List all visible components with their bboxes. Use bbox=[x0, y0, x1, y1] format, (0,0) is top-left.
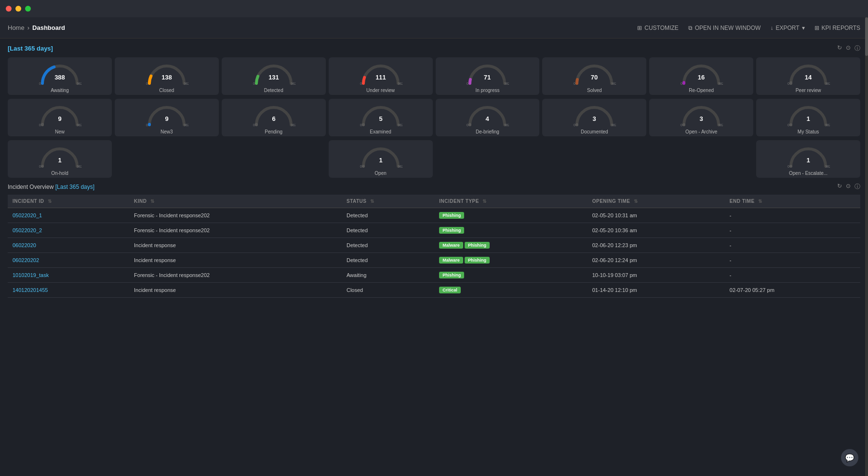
svg-text:1: 1 bbox=[58, 157, 61, 164]
table-row[interactable]: 10102019_task Forensic - Incident respon… bbox=[8, 268, 860, 283]
tag-phishing: Phishing bbox=[439, 272, 464, 278]
gauge-new[interactable]: 9 0 982 New bbox=[8, 99, 112, 136]
svg-text:982: 982 bbox=[77, 123, 81, 127]
gauge-in_progress[interactable]: 71 0 982 In progress bbox=[436, 57, 540, 95]
incident-id-link[interactable]: 060220202 bbox=[13, 257, 39, 263]
cell-incident-id: 05022020_1 bbox=[8, 208, 129, 223]
svg-text:0: 0 bbox=[253, 123, 255, 127]
col-end-time[interactable]: END TIME ⇅ bbox=[725, 195, 860, 208]
breadcrumb: Home › Dashboard bbox=[8, 24, 65, 31]
overview-info-icon[interactable]: ⓘ bbox=[855, 183, 860, 191]
table-header: INCIDENT ID ⇅ KIND ⇅ STATUS ⇅ INCIDENT T… bbox=[8, 195, 860, 208]
svg-text:131: 131 bbox=[268, 74, 279, 81]
col-incident-id[interactable]: INCIDENT ID ⇅ bbox=[8, 195, 129, 208]
cell-opening-time: 02-06-20 12:24 pm bbox=[588, 253, 725, 268]
export-icon: ↓ bbox=[770, 25, 773, 31]
gauge-new3[interactable]: 9 0 982 New3 bbox=[115, 99, 219, 136]
gauge-svg-my_status: 1 0 982 bbox=[787, 102, 830, 128]
gauge-open_escalate[interactable]: 1 0 982 Open - Escalate... bbox=[756, 140, 860, 178]
cell-end-time: - bbox=[725, 268, 860, 283]
incident-id-link[interactable]: 06022020 bbox=[13, 242, 36, 248]
cell-kind: Incident response bbox=[129, 253, 342, 268]
cell-end-time: - bbox=[725, 253, 860, 268]
gauge-my_status[interactable]: 1 0 982 My Status bbox=[756, 99, 860, 136]
gauge-under_review[interactable]: 111 0 982 Under review bbox=[329, 57, 433, 95]
kpi-reports-button[interactable]: ⊞ KPI REPORTS bbox=[815, 25, 860, 31]
minimize-button[interactable] bbox=[15, 6, 21, 12]
gauges-row-2: 9 0 982 New 9 0 982 New3 6 0 982 Pendin bbox=[8, 99, 860, 136]
table-row[interactable]: 06022020 Incident response Detected Malw… bbox=[8, 238, 860, 253]
svg-text:982: 982 bbox=[77, 165, 81, 168]
gauge-open_archive[interactable]: 3 0 982 Open - Archive bbox=[649, 99, 753, 136]
cell-status: Detected bbox=[342, 208, 434, 223]
cell-kind: Incident response bbox=[129, 238, 342, 253]
gauge-reopened[interactable]: 16 0 982 Re-Opened bbox=[649, 57, 753, 95]
gauge-pending[interactable]: 6 0 982 Pending bbox=[222, 99, 326, 136]
cell-status: Detected bbox=[342, 253, 434, 268]
table-row[interactable]: 05022020_2 Forensic - Incident response2… bbox=[8, 223, 860, 238]
gauge-label-open_archive: Open - Archive bbox=[685, 129, 717, 134]
svg-text:0: 0 bbox=[39, 123, 41, 127]
chat-button[interactable]: 💬 bbox=[841, 449, 858, 466]
gauge-closed[interactable]: 138 0 982 Closed bbox=[115, 57, 219, 95]
overview-refresh-icon[interactable]: ↻ bbox=[837, 183, 842, 191]
gauge-documented[interactable]: 3 0 982 Documented bbox=[542, 99, 646, 136]
incident-overview-section: Incident Overview [Last 365 days] ↻ ⊙ ⓘ … bbox=[8, 183, 860, 298]
incident-id-link[interactable]: 05022020_1 bbox=[13, 212, 42, 218]
settings-icon[interactable]: ⊙ bbox=[846, 44, 851, 53]
table-row[interactable]: 140120201455 Incident response Closed Cr… bbox=[8, 283, 860, 298]
cell-incident-type: MalwarePhishing bbox=[434, 238, 587, 253]
gauge-debriefing[interactable]: 4 0 982 De-briefing bbox=[436, 99, 540, 136]
gauge-examined[interactable]: 5 0 982 Examined bbox=[329, 99, 433, 136]
overview-settings-icon[interactable]: ⊙ bbox=[846, 183, 851, 191]
open-new-window-button[interactable]: ⧉ OPEN IN NEW WINDOW bbox=[688, 25, 761, 31]
gauge-svg-open: 1 0 982 bbox=[359, 143, 402, 170]
col-incident-type[interactable]: INCIDENT TYPE ⇅ bbox=[434, 195, 587, 208]
overview-header: Incident Overview [Last 365 days] ↻ ⊙ ⓘ bbox=[8, 183, 860, 191]
gauge-awaiting[interactable]: 388 0 982 Awaiting bbox=[8, 57, 112, 95]
cell-incident-type: Phishing bbox=[434, 268, 587, 283]
col-opening-time[interactable]: OPENING TIME ⇅ bbox=[588, 195, 725, 208]
export-button[interactable]: ↓ EXPORT ▾ bbox=[770, 25, 804, 31]
gauge-label-reopened: Re-Opened bbox=[689, 88, 714, 93]
gauge-label-solved: Solved bbox=[587, 88, 602, 93]
scrollbar-thumb[interactable] bbox=[865, 17, 868, 56]
refresh-icon[interactable]: ↻ bbox=[837, 44, 842, 53]
gauge-on_hold[interactable]: 1 0 982 On-hold bbox=[8, 140, 112, 178]
svg-text:982: 982 bbox=[505, 82, 509, 85]
breadcrumb-home[interactable]: Home bbox=[8, 24, 25, 31]
customize-button[interactable]: ⊞ CUSTOMIZE bbox=[637, 25, 678, 31]
col-status[interactable]: STATUS ⇅ bbox=[342, 195, 434, 208]
svg-text:1: 1 bbox=[379, 157, 382, 164]
dashboard-section-header: [Last 365 days] ↻ ⊙ ⓘ bbox=[8, 44, 860, 53]
info-icon[interactable]: ⓘ bbox=[855, 44, 860, 53]
gauge-open[interactable]: 1 0 982 Open bbox=[329, 140, 433, 178]
incident-id-link[interactable]: 140120201455 bbox=[13, 287, 48, 293]
close-button[interactable] bbox=[6, 6, 12, 12]
gauge-detected[interactable]: 131 0 982 Detected bbox=[222, 57, 326, 95]
svg-text:982: 982 bbox=[77, 82, 81, 85]
gauge-peer_review[interactable]: 14 0 982 Peer review bbox=[756, 57, 860, 95]
svg-text:0: 0 bbox=[360, 82, 362, 85]
cell-status: Awaiting bbox=[342, 268, 434, 283]
svg-text:0: 0 bbox=[788, 82, 789, 85]
svg-text:1: 1 bbox=[806, 157, 810, 164]
col-kind[interactable]: KIND ⇅ bbox=[129, 195, 342, 208]
gauge-solved[interactable]: 70 0 982 Solved bbox=[542, 57, 646, 95]
gauge-label-new3: New3 bbox=[160, 129, 173, 134]
incident-id-link[interactable]: 10102019_task bbox=[13, 272, 49, 278]
svg-text:982: 982 bbox=[184, 82, 188, 85]
svg-text:982: 982 bbox=[184, 123, 188, 127]
incident-id-link[interactable]: 05022020_2 bbox=[13, 227, 42, 233]
gauge-svg-documented: 3 0 982 bbox=[573, 102, 616, 128]
kpi-icon: ⊞ bbox=[815, 25, 819, 31]
table-row[interactable]: 05022020_1 Forensic - Incident response2… bbox=[8, 208, 860, 223]
scrollbar[interactable] bbox=[865, 17, 868, 476]
gauge-label-debriefing: De-briefing bbox=[476, 129, 499, 134]
maximize-button[interactable] bbox=[25, 6, 31, 12]
table-row[interactable]: 060220202 Incident response Detected Mal… bbox=[8, 253, 860, 268]
tag-critical: Critical bbox=[439, 287, 461, 293]
svg-text:982: 982 bbox=[505, 123, 509, 127]
chat-icon: 💬 bbox=[845, 453, 855, 463]
incident-table-body: 05022020_1 Forensic - Incident response2… bbox=[8, 208, 860, 298]
